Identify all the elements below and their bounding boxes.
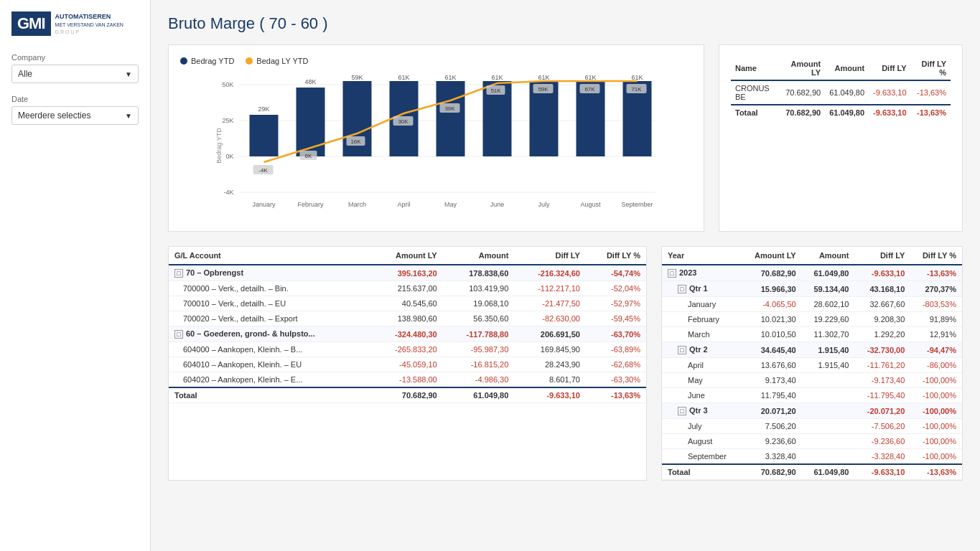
bar-may: [437, 81, 465, 156]
gl-col-diff-ly: Diff LY: [514, 247, 586, 265]
expand-icon-70[interactable]: □: [174, 269, 183, 278]
summary-total-amount-ly: 70.682,90: [779, 105, 825, 120]
chart-svg: 50K 25K 0K -4K Bedrag YTD: [180, 74, 692, 217]
date-chevron: ▼: [125, 112, 132, 120]
expand-icon[interactable]: □: [668, 269, 676, 278]
date-value: Meerdere selecties: [18, 110, 90, 121]
svg-text:August: August: [580, 201, 601, 208]
svg-text:April: April: [397, 201, 410, 208]
svg-text:59K: 59K: [351, 74, 363, 81]
gl-table-container: G/L Account Amount LY Amount Diff LY Dif…: [168, 246, 647, 481]
table-row: February10.021,3019.229,609.208,3091,89%: [662, 312, 962, 327]
bar-jan: [250, 115, 279, 156]
logo-area: GMI AUTOMATISERENMET VERSTAND VAN ZAKEN …: [11, 11, 139, 36]
company-select[interactable]: Alle ▼: [11, 65, 139, 83]
svg-text:June: June: [490, 201, 505, 208]
svg-text:39K: 39K: [444, 105, 455, 112]
col-diff-ly-pct: Diff LY %: [911, 57, 951, 80]
gl-col-amount-ly: Amount LY: [371, 247, 443, 265]
svg-text:61K: 61K: [584, 74, 596, 81]
chart-legend: Bedrag YTD Bedag LY YTD: [180, 57, 692, 65]
sidebar: GMI AUTOMATISERENMET VERSTAND VAN ZAKEN …: [0, 0, 151, 551]
gl-total-row: Totaal 70.682,90 61.049,80 -9.633,10 -13…: [169, 387, 646, 403]
summary-name: CRONUS BE: [731, 80, 779, 105]
logo-gmi: GMI: [11, 11, 51, 36]
svg-text:67K: 67K: [584, 86, 595, 93]
expand-icon[interactable]: □: [678, 407, 686, 415]
svg-text:January: January: [252, 201, 276, 208]
gl-col-account: G/L Account: [169, 247, 371, 265]
svg-text:48K: 48K: [304, 78, 316, 85]
svg-text:59K: 59K: [538, 86, 549, 93]
gl-group-70-diff: -216.324,60: [514, 265, 586, 281]
summary-table: Name Amount LY Amount Diff LY Diff LY % …: [731, 57, 951, 120]
chart-container: Bedrag YTD Bedag LY YTD 50K 25K 0K -4K: [168, 44, 704, 232]
table-row: 604000 – Aankopen, Kleinh. – B... -265.8…: [169, 342, 646, 357]
table-row: July7.506,20-7.506,20-100,00%: [662, 419, 962, 434]
gl-group-60-name: □60 – Goederen, grond- & hulpsto...: [169, 326, 371, 342]
legend-bedag-ly-ytd: Bedag LY YTD: [246, 57, 308, 65]
table-row: 700020 – Verk., detailh. – Export 138.98…: [169, 311, 646, 326]
svg-text:61K: 61K: [538, 74, 549, 81]
table-row: 700000 – Verk., detailh. – Bin. 215.637,…: [169, 281, 646, 296]
svg-text:Bedrag YTD: Bedrag YTD: [215, 128, 223, 164]
gl-group-60: □60 – Goederen, grond- & hulpsto... -324…: [169, 326, 646, 342]
expand-icon[interactable]: □: [678, 346, 686, 354]
date-select[interactable]: Meerdere selecties ▼: [11, 106, 139, 125]
svg-text:6K: 6K: [305, 153, 312, 159]
table-row: □Qtr 320.071,20-20.071,20-100,00%: [662, 403, 962, 419]
expand-icon[interactable]: □: [678, 285, 686, 293]
svg-text:16K: 16K: [350, 138, 361, 145]
summary-total-diff-ly: -9.633,10: [869, 105, 910, 120]
summary-amount-ly: 70.682,90: [779, 80, 825, 105]
table-row: 604020 – Aankopen, Kleinh. – E... -13.58…: [169, 372, 646, 388]
table-row: August9.236,60-9.236,60-100,00%: [662, 434, 962, 449]
legend-bedrag-ytd: Bedrag YTD: [180, 57, 234, 65]
gl-group-70: □70 – Opbrengst 395.163,20 178.838,60 -2…: [169, 265, 646, 281]
svg-text:February: February: [297, 201, 324, 208]
svg-text:61K: 61K: [444, 74, 456, 81]
svg-text:51K: 51K: [490, 88, 501, 94]
summary-total-diff-pct: -13,63%: [911, 105, 951, 120]
table-row: May9.173,40-9.173,40-100,00%: [662, 373, 962, 388]
date-label: Date: [11, 95, 139, 103]
legend-label-ytd: Bedrag YTD: [191, 57, 234, 65]
logo-group: GROUP: [55, 29, 123, 34]
table-row: April13.676,601.915,40-11.761,20-86,00%: [662, 358, 962, 373]
summary-table-container: Name Amount LY Amount Diff LY Diff LY % …: [719, 44, 963, 232]
summary-amount: 61.049,80: [825, 80, 869, 105]
page-title: Bruto Marge ( 70 - 60 ): [168, 14, 963, 33]
col-name: Name: [731, 57, 779, 80]
year-col-amount-ly: Amount LY: [742, 247, 802, 265]
table-row: September3.328,40-3.328,40-100,00%: [662, 449, 962, 465]
col-amount-ly: Amount LY: [779, 57, 825, 80]
svg-text:May: May: [444, 201, 457, 208]
company-value: Alle: [18, 69, 32, 79]
summary-total-amount: 61.049,80: [825, 105, 869, 120]
expand-icon-60[interactable]: □: [174, 330, 183, 339]
col-diff-ly: Diff LY: [869, 57, 910, 80]
table-row: January-4.065,5028.602,1032.667,60-803,5…: [662, 297, 962, 312]
svg-text:61K: 61K: [398, 74, 409, 81]
svg-text:30K: 30K: [398, 118, 409, 125]
gl-group-70-aly: 395.163,20: [371, 265, 443, 281]
legend-dot-blue: [180, 57, 187, 65]
gl-group-70-pct: -54,74%: [586, 265, 646, 281]
svg-text:25K: 25K: [222, 117, 233, 124]
svg-text:0K: 0K: [225, 153, 233, 160]
gl-group-70-name: □70 – Opbrengst: [169, 265, 371, 281]
year-col-year: Year: [662, 247, 742, 265]
gl-group-70-amount: 178.838,60: [443, 265, 515, 281]
table-row: □202370.682,9061.049,80-9.633,10-13,63%: [662, 265, 962, 281]
year-table: Year Amount LY Amount Diff LY Diff LY % …: [662, 247, 962, 480]
svg-text:-4K: -4K: [223, 189, 233, 196]
svg-text:71K: 71K: [631, 86, 642, 93]
svg-text:September: September: [621, 201, 653, 208]
svg-text:29K: 29K: [258, 105, 269, 113]
svg-text:March: March: [348, 201, 366, 208]
year-total-row: Totaal 70.682,90 61.049,80 -9.633,10 -13…: [662, 464, 962, 480]
table-row: □Qtr 234.645,401.915,40-32.730,00-94,47%: [662, 342, 962, 358]
year-table-container: Year Amount LY Amount Diff LY Diff LY % …: [661, 246, 963, 481]
logo-automatiseren: AUTOMATISERENMET VERSTAND VAN ZAKEN: [55, 13, 123, 29]
table-row: 604010 – Aankopen, Kleinh. – EU -45.059,…: [169, 357, 646, 372]
